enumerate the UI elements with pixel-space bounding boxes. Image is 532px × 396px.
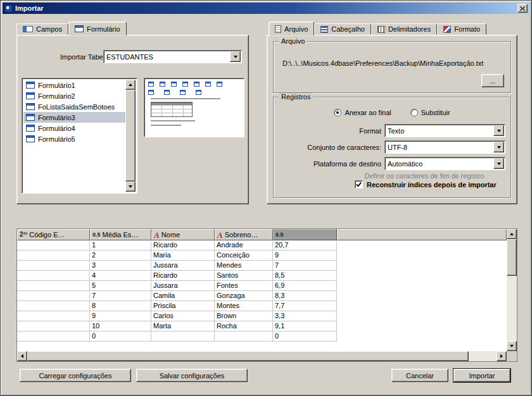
charset-combobox[interactable]: UTF-8 (384, 140, 505, 154)
tab-formato[interactable]: Formato (437, 23, 486, 35)
scroll-down-button[interactable] (507, 341, 517, 351)
column-header-label: Código E… (29, 231, 65, 238)
list-item[interactable]: Formulário1 (23, 80, 125, 90)
table-row[interactable]: 4 Ricardo Santos 8,5 (17, 271, 507, 281)
tab-arquivo[interactable]: Arquivo (269, 22, 314, 35)
cell-sobrenome: Rocha (215, 321, 273, 331)
format-icon (443, 26, 451, 33)
format-row: Format Texto (280, 124, 505, 137)
combo-dropdown-button[interactable] (230, 51, 241, 62)
list-item[interactable]: FoListaSaidaSemBotoes (23, 101, 125, 112)
scroll-down-button[interactable] (125, 182, 136, 192)
app-icon (4, 4, 13, 13)
close-button[interactable] (517, 4, 528, 13)
preview-mini-table (151, 102, 193, 117)
cell-codigo (17, 301, 90, 311)
tab-formato-label: Formato (454, 25, 480, 33)
cell-media: 7 (90, 291, 151, 301)
radio-append-label: Anexar ao final (345, 109, 391, 116)
load-settings-button[interactable]: Carregar configurações (20, 369, 131, 382)
cell-nome: Ricardo (151, 271, 215, 281)
import-button[interactable]: Importar (453, 369, 510, 382)
column-header-media[interactable]: 0.5 Média Es… (90, 229, 151, 240)
tab-cabecalho[interactable]: Cabeçalho (314, 23, 371, 35)
scrollbar-thumb[interactable] (507, 239, 517, 276)
list-item[interactable]: Formulário4 (23, 123, 125, 133)
cell-filler (337, 240, 507, 251)
tab-delimitadores[interactable]: Delimitadores (371, 23, 437, 35)
cell-filler (337, 271, 507, 281)
cell-sobrenome: Andrade (215, 240, 273, 251)
column-header-sobrenome[interactable]: A Sobreno… (215, 229, 273, 240)
mini-icon (164, 90, 170, 95)
arrow-right-icon (500, 354, 503, 358)
form-listbox[interactable]: Formulário1 Formulario2 FoListaSaidaSemB… (22, 78, 137, 194)
table-row[interactable]: 9 Carlos Brown 3,3 (17, 311, 507, 321)
tab-arquivo-label: Arquivo (284, 25, 308, 33)
save-settings-button[interactable]: Salvar configurações (136, 369, 248, 382)
list-item[interactable]: Formulário5 (23, 133, 125, 144)
table-row[interactable]: 5 Jussara Fontes 6,9 (17, 281, 507, 291)
platform-combobox[interactable]: Automático (384, 157, 505, 170)
tab-formulario[interactable]: Formulário (68, 22, 127, 35)
arrow-up-icon (510, 233, 514, 235)
cell-nota: 9,1 (273, 321, 337, 331)
scrollbar-thumb[interactable] (125, 90, 136, 182)
table-row[interactable]: 2 Maria Conceição 9 (17, 251, 507, 261)
define-eol-link[interactable]: Definir os caracteres de fim de registro (343, 172, 505, 180)
cell-sobrenome: Fontes (215, 281, 273, 291)
cell-nota: 8,5 (273, 271, 337, 281)
table-row[interactable]: 7 Camila Gonzaga 8,3 (17, 291, 507, 301)
scroll-up-button[interactable] (125, 80, 136, 90)
longint-type-icon: 2³² (20, 232, 27, 238)
cell-sobrenome: Conceição (215, 251, 273, 261)
chevron-down-icon (497, 163, 501, 165)
cancel-button[interactable]: Cancelar (391, 369, 448, 382)
platform-row: Plataforma de destino Automático (280, 157, 505, 170)
format-combobox[interactable]: Texto (384, 124, 505, 137)
grid-vertical-scrollbar[interactable] (507, 229, 517, 351)
table-row[interactable]: 3 Jussara Mendes 7 (17, 261, 507, 271)
scroll-up-button[interactable] (507, 229, 517, 239)
file-group-title: Arquivo (279, 37, 307, 45)
combo-dropdown-button[interactable] (493, 142, 504, 152)
grid-horizontal-scrollbar[interactable] (17, 351, 507, 361)
radio-replace[interactable]: Substituir (410, 109, 450, 116)
cell-nota: 8,3 (273, 291, 337, 301)
table-row[interactable]: 1 Ricardo Andrade 20,7 (17, 240, 507, 251)
scroll-left-button[interactable] (17, 351, 27, 361)
platform-label: Plataforma de destino (280, 160, 384, 168)
append-replace-radio-group: Anexar ao final Substituir (274, 109, 510, 116)
column-header-selected[interactable]: 0.5 (273, 229, 337, 240)
browse-button[interactable]: ... (481, 74, 504, 87)
scroll-right-button[interactable] (497, 351, 507, 361)
table-row[interactable]: 8 Priscila Montes 7,7 (17, 301, 507, 311)
grid-header-row: 2³² Código E… 0.5 Média Es… A Nome A Sob… (17, 229, 507, 240)
import-table-combobox[interactable]: ESTUDANTES (103, 50, 242, 63)
list-item-selected[interactable]: Formulário3 (23, 112, 125, 123)
table-row[interactable]: 0 0 (17, 331, 507, 342)
combo-dropdown-button[interactable] (493, 125, 504, 136)
tab-campos[interactable]: Campos (16, 23, 68, 35)
form-icon (75, 25, 84, 32)
combo-dropdown-button[interactable] (493, 158, 504, 169)
cell-sobrenome: Gonzaga (215, 291, 273, 301)
cell-nota: 6,9 (273, 281, 337, 291)
cell-nome: Jussara (151, 281, 215, 291)
charset-label: Conjunto de caracteres: (280, 144, 384, 151)
scrollbar-thumb[interactable] (27, 351, 469, 361)
list-scrollbar[interactable] (125, 80, 136, 192)
column-header-nome[interactable]: A Nome (151, 229, 215, 240)
list-item[interactable]: Formulario2 (23, 90, 125, 101)
table-row[interactable]: 10 Marta Rocha 9,1 (17, 321, 507, 331)
radio-append[interactable]: Anexar ao final (334, 109, 391, 116)
grid-body: 1 Ricardo Andrade 20,7 2 Maria Conceição… (17, 240, 507, 351)
preview-line (151, 125, 181, 126)
column-header-codigo[interactable]: 2³² Código E… (17, 229, 90, 240)
rebuild-index-checkbox[interactable]: Reconstruir índices depois de importar (355, 180, 497, 189)
form-preview-thumbnail (144, 78, 244, 137)
mini-icon (194, 82, 200, 87)
real-type-icon: 0.5 (276, 232, 284, 238)
title-bar[interactable]: Importar (3, 3, 529, 14)
chevron-down-icon (497, 146, 501, 149)
